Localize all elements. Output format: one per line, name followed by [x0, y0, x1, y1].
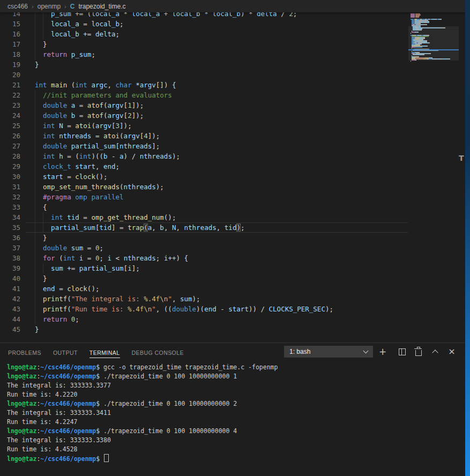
code-line[interactable]: 38 for (int i = 0; i < nthreads; i++) { — [0, 253, 459, 263]
code-line[interactable]: 45} — [0, 324, 459, 334]
code-line[interactable]: 30 start = clock(); — [0, 172, 459, 182]
chevron-down-icon — [363, 348, 369, 354]
code-line[interactable]: 35 partial_sum[tid] = trap(a, b, N, nthr… — [0, 222, 459, 233]
code-line[interactable]: 32 #pragma omp parallel — [0, 192, 459, 202]
code-text: double sum = 0; — [35, 243, 103, 253]
code-line[interactable]: 24 double b = atof(argv[2]); — [0, 110, 459, 121]
code-line[interactable]: 29 clock_t start, end; — [0, 161, 459, 172]
line-number[interactable]: 21 — [0, 80, 20, 90]
code-text: } — [35, 324, 39, 334]
code-line[interactable]: 43 printf("Run time is: %.4f\n", ((doubl… — [0, 304, 459, 314]
line-number[interactable]: 17 — [0, 39, 20, 49]
code-line[interactable]: 28 int h = (int)((b - a) / nthreads); — [0, 151, 459, 161]
line-number[interactable]: 41 — [0, 284, 20, 294]
close-icon: × — [448, 347, 455, 356]
code-text: clock_t start, end; — [35, 161, 120, 172]
code-line[interactable]: 37 double sum = 0; — [0, 243, 459, 253]
line-number[interactable]: 36 — [0, 233, 20, 243]
code-line[interactable]: 33 { — [0, 202, 459, 212]
code-line[interactable]: 27 double partial_sum[nthreads]; — [0, 141, 459, 151]
tab-terminal[interactable]: TERMINAL — [89, 347, 120, 358]
code-line[interactable]: 34 int tid = omp_get_thread_num(); — [0, 212, 459, 222]
code-line[interactable]: 16 local_b += delta; — [0, 29, 459, 39]
terminal-picker-dropdown[interactable]: 1: bash — [284, 346, 373, 358]
code-editor[interactable]: 14 p_sum += (local_a * local_a + local_b… — [0, 12, 459, 343]
line-number[interactable]: 15 — [0, 19, 20, 29]
close-panel-button[interactable]: × — [445, 345, 458, 358]
code-line[interactable]: 21int main (int argc, char *argv[]) { — [0, 80, 459, 90]
line-number[interactable]: 34 — [0, 212, 20, 222]
plus-icon: + — [379, 347, 386, 356]
code-text: } — [35, 233, 47, 243]
code-line[interactable]: 19} — [0, 59, 459, 70]
line-number[interactable]: 40 — [0, 273, 20, 284]
line-number[interactable]: 29 — [0, 161, 20, 172]
code-line[interactable]: 40 } — [0, 273, 459, 284]
code-line[interactable]: 23 double a = atof(argv[1]); — [0, 100, 459, 110]
line-number[interactable]: 42 — [0, 294, 20, 304]
code-line[interactable]: 31 omp_set_num_threads(nthreads); — [0, 182, 459, 192]
code-line[interactable]: 44 return 0; — [0, 314, 459, 324]
terminal-line: The integral is: 333333.3411 — [7, 408, 463, 418]
terminal-output[interactable]: lngo@taz:~/csc466/openmp$ gcc -o trapezo… — [7, 363, 463, 476]
code-text: printf("Run time is: %.4f\n", ((double)(… — [35, 304, 333, 314]
code-text: local_a = local_b; — [35, 19, 124, 29]
line-number[interactable]: 20 — [0, 70, 20, 80]
maximize-panel-button[interactable] — [429, 345, 442, 358]
code-line[interactable]: 18 return p_sum; — [0, 49, 459, 59]
terminal-line: lngo@taz:~/csc466/openmp$ — [7, 454, 463, 463]
terminal-picker-value: 1: bash — [289, 348, 310, 355]
line-number[interactable]: 44 — [0, 314, 20, 324]
new-terminal-button[interactable]: + — [376, 345, 389, 358]
code-line[interactable]: 42 printf("The integral is: %.4f\n", sum… — [0, 294, 459, 304]
chevron-up-icon — [432, 349, 438, 355]
code-line[interactable]: 39 sum += partial_sum[i]; — [0, 263, 459, 273]
breadcrumb-folder-csc466[interactable]: csc466 — [8, 3, 28, 10]
minimap-slider[interactable] — [408, 26, 459, 61]
tab-problems[interactable]: PROBLEMS — [8, 347, 41, 358]
code-text: double partial_sum[nthreads]; — [35, 141, 160, 151]
code-line[interactable]: 17 } — [0, 39, 459, 49]
line-number[interactable]: 35 — [0, 222, 20, 233]
code-text: #pragma omp parallel — [35, 192, 124, 202]
line-number[interactable]: 39 — [0, 263, 20, 273]
breadcrumb: csc466 › openmp › C trapezoid_time.c — [0, 0, 465, 12]
line-number[interactable]: 24 — [0, 110, 20, 121]
line-number[interactable]: 27 — [0, 141, 20, 151]
minimap[interactable] — [408, 12, 459, 343]
line-number[interactable]: 33 — [0, 202, 20, 212]
line-number[interactable]: 22 — [0, 90, 20, 100]
line-number[interactable]: 25 — [0, 121, 20, 131]
code-line[interactable]: 25 int N = atoi(argv[3]); — [0, 121, 459, 131]
code-line[interactable]: 36 } — [0, 233, 459, 243]
breadcrumb-folder-openmp[interactable]: openmp — [38, 3, 61, 10]
tab-output[interactable]: OUTPUT — [53, 347, 78, 358]
line-number[interactable]: 14 — [0, 12, 20, 19]
code-line[interactable]: 41 end = clock(); — [0, 284, 459, 294]
kill-terminal-button[interactable] — [412, 345, 425, 358]
line-number[interactable]: 37 — [0, 243, 20, 253]
code-text: } — [35, 39, 47, 49]
line-number[interactable]: 45 — [0, 324, 20, 334]
line-number[interactable]: 19 — [0, 59, 20, 70]
code-line[interactable]: 26 int nthreads = atoi(argv[4]); — [0, 131, 459, 141]
code-line[interactable]: 15 local_a = local_b; — [0, 19, 459, 29]
breadcrumb-file-name[interactable]: trapezoid_time.c — [78, 3, 125, 10]
line-number[interactable]: 30 — [0, 172, 20, 182]
line-number[interactable]: 26 — [0, 131, 20, 141]
line-number[interactable]: 32 — [0, 192, 20, 202]
line-number[interactable]: 38 — [0, 253, 20, 263]
line-number[interactable]: 43 — [0, 304, 20, 314]
tab-debug-console[interactable]: DEBUG CONSOLE — [132, 347, 184, 358]
code-line[interactable]: 22 //init parameters and evaluators — [0, 90, 459, 100]
line-number[interactable]: 23 — [0, 100, 20, 110]
code-line[interactable]: 20 — [0, 70, 459, 80]
terminal-line: The integral is: 333333.3377 — [7, 381, 463, 390]
line-number[interactable]: 31 — [0, 182, 20, 192]
i-beam-cursor-artifact: T — [459, 154, 464, 162]
line-number[interactable]: 16 — [0, 29, 20, 39]
line-number[interactable]: 28 — [0, 151, 20, 161]
line-number[interactable]: 18 — [0, 49, 20, 59]
split-terminal-button[interactable] — [396, 345, 408, 358]
code-line[interactable]: 14 p_sum += (local_a * local_a + local_b… — [0, 12, 459, 19]
